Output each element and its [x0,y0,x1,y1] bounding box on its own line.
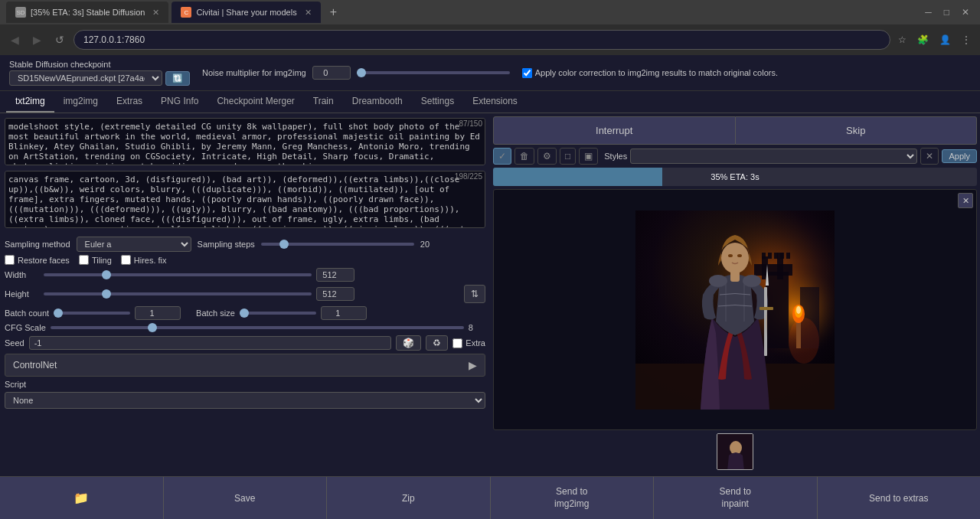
hires-fix-label[interactable]: Hires. fix [121,255,167,265]
extra-checkbox[interactable] [452,338,462,348]
bottom-bar: 📁 Save Zip Send toimg2img Send toinpaint… [0,476,980,519]
tab-dreambooth[interactable]: Dreambooth [343,91,412,113]
negative-prompt-input[interactable] [5,171,485,228]
batch-count-slider[interactable] [54,312,130,315]
thumbnail-1[interactable] [717,433,753,470]
tab-img2img[interactable]: img2img [54,91,107,113]
svg-rect-10 [780,253,784,259]
cfg-value: 8 [469,323,484,332]
tab-settings[interactable]: Settings [412,91,463,113]
batch-size-input[interactable] [321,306,367,320]
svg-point-28 [789,318,819,364]
tab-close-1[interactable]: ✕ [152,8,159,18]
width-input[interactable] [316,268,354,282]
styles-select[interactable] [630,149,917,164]
height-input[interactable] [316,287,354,301]
menu-icon[interactable]: ⋮ [959,33,974,47]
restore-faces-checkbox[interactable] [5,255,15,265]
seed-input[interactable] [29,336,392,350]
swap-dimensions-button[interactable]: ⇅ [464,285,485,303]
restore-faces-label[interactable]: Restore faces [5,255,70,265]
tab-train[interactable]: Train [304,91,343,113]
batch-section: Batch count Batch size [5,306,485,320]
interrupt-button[interactable]: Interrupt [493,116,736,145]
style-checkmark-button[interactable]: ✓ [493,148,511,165]
cfg-row: CFG Scale 8 [5,323,485,332]
zip-label: Zip [402,493,415,504]
skip-button[interactable]: Skip [736,116,978,145]
color-correction-checkbox-label[interactable]: Apply color correction to img2img result… [522,68,778,78]
style-square2-button[interactable]: ▣ [579,148,598,165]
new-tab-button[interactable]: + [324,5,343,19]
style-trash-button[interactable]: 🗑 [514,148,534,165]
browser-tab-2[interactable]: C Civitai | Share your models ✕ [172,2,320,23]
tab-extras[interactable]: Extras [107,91,152,113]
tab-png-info[interactable]: PNG Info [152,91,207,113]
left-panel: 87/150 198/225 Sampling method Euler a S… [0,113,490,476]
noise-slider[interactable] [357,71,510,74]
send-to-inpaint-button[interactable]: Send toinpaint [654,477,818,519]
folder-button[interactable]: 📁 [0,477,164,519]
seed-recycle-button[interactable]: ♻ [426,335,448,351]
noise-input[interactable] [312,66,351,80]
browser-tab-1[interactable]: SD [35% ETA: 3s] Stable Diffusion ✕ [6,2,168,23]
svg-point-19 [721,243,749,273]
hires-fix-checkbox[interactable] [121,255,131,265]
tab-checkpoint-merger[interactable]: Checkpoint Merger [207,91,303,113]
style-icons-row: ✓ 🗑 ⚙ □ ▣ Styles ✕ Apply [493,148,977,165]
send-to-img2img-button[interactable]: Send toimg2img [491,477,655,519]
minimize-button[interactable]: ─ [920,5,936,19]
tab-close-2[interactable]: ✕ [305,8,312,18]
back-button[interactable]: ◀ [6,32,24,47]
cfg-label: CFG Scale [5,323,46,332]
style-square1-button[interactable]: □ [560,148,576,165]
save-button[interactable]: Save [164,477,328,519]
svg-rect-6 [754,264,792,276]
hires-fix-text: Hires. fix [134,256,167,265]
height-slider[interactable] [44,292,312,295]
positive-prompt-input[interactable] [5,118,485,165]
close-button[interactable]: ✕ [957,5,974,19]
checkpoint-refresh-button[interactable]: 🔃 [165,71,190,86]
style-apply-button[interactable]: Apply [942,149,977,163]
profile-icon[interactable]: 👤 [936,33,954,47]
tiling-text: Tiling [92,256,112,265]
batch-count-input[interactable] [135,306,181,320]
checkpoint-select[interactable]: SD15NewVAEpruned.ckpt [27a4ac756c] [9,70,162,86]
tab-extensions[interactable]: Extensions [463,91,527,113]
forward-button[interactable]: ▶ [28,32,46,47]
color-correction-checkbox[interactable] [522,68,532,78]
extra-checkbox-label[interactable]: Extra [452,338,485,348]
seed-random-button[interactable]: 🎲 [396,335,421,351]
sampling-row: Sampling method Euler a Sampling steps 2… [5,237,485,252]
tiling-label[interactable]: Tiling [79,255,112,265]
script-select[interactable]: None [5,392,485,409]
checkpoint-label: Stable Diffusion checkpoint [9,60,190,69]
maximize-button[interactable]: □ [939,5,954,19]
address-bar[interactable]: 127.0.0.1:7860 [74,30,890,50]
send-to-extras-button[interactable]: Send to extras [818,477,981,519]
app: Stable Diffusion checkpoint SD15NewVAEpr… [0,55,980,519]
zip-button[interactable]: Zip [327,477,491,519]
sampling-method-select[interactable]: Euler a [77,237,191,252]
style-clear-button[interactable]: ✕ [920,148,939,165]
sampling-steps-slider[interactable] [261,243,414,246]
bookmark-icon[interactable]: ☆ [895,33,910,47]
browser-nav: ◀ ▶ ↺ 127.0.0.1:7860 ☆ 🧩 👤 ⋮ [0,24,980,55]
batch-size-slider[interactable] [240,312,316,315]
extensions-icon[interactable]: 🧩 [914,33,932,47]
style-gear-button[interactable]: ⚙ [537,148,557,165]
svg-rect-8 [768,253,772,259]
negative-prompt-counter: 198/225 [455,172,482,181]
image-close-button[interactable]: ✕ [958,193,973,208]
controlnet-section[interactable]: ControlNet ▶ [5,354,485,377]
tiling-checkbox[interactable] [79,255,89,265]
browser-chrome: SD [35% ETA: 3s] Stable Diffusion ✕ C Ci… [0,0,980,55]
refresh-button[interactable]: ↺ [51,32,69,47]
svg-rect-7 [762,253,766,259]
width-slider[interactable] [44,273,312,276]
tab-txt2img[interactable]: txt2img [6,91,54,113]
svg-rect-11 [786,253,790,259]
restore-faces-text: Restore faces [18,256,70,265]
cfg-slider[interactable] [51,326,464,329]
